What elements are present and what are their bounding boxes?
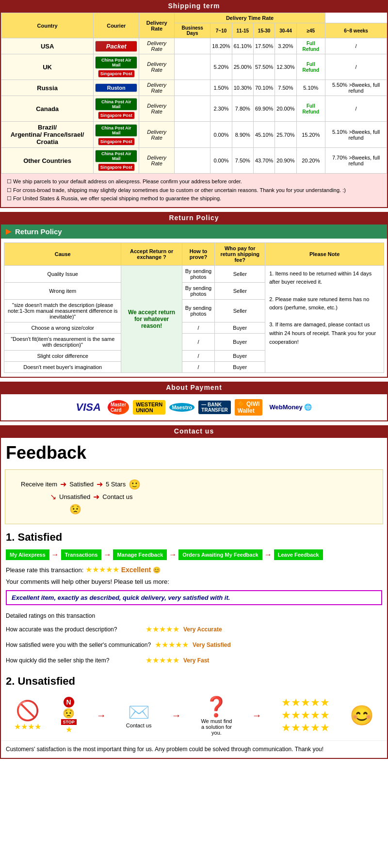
rate-cell: 3.20% — [275, 38, 296, 54]
rate-cell: 45.10% — [253, 122, 275, 148]
return-banner-text: Return Policy — [15, 227, 62, 236]
return-prove: By sending photos — [182, 265, 215, 282]
step-arrow: → — [51, 550, 59, 559]
shipping-note: ☐ We ship parcels to your default addres… — [7, 177, 381, 186]
shipping-country: Russia — [1, 80, 94, 96]
rating-label: How accurate was the product description… — [6, 624, 142, 635]
rate-cell: 25.70% — [275, 122, 296, 148]
step-arrow: → — [103, 550, 111, 559]
rate-cell-5: 15.20% — [296, 122, 325, 148]
shipping-country: Other Countries — [1, 148, 94, 174]
shipping-table: Country Courier Delivery Rate Delivery T… — [1, 13, 387, 174]
shipping-note: ☐ For United States & Russia, we offer s… — [7, 194, 381, 203]
rate-cell: 43.70% — [253, 148, 275, 174]
rate-cell: 5.20% — [210, 54, 232, 80]
rate-cell: 7.80% — [232, 96, 253, 122]
step-button[interactable]: Manage Feedback — [113, 549, 167, 560]
rating-stars: ★★★★★ — [146, 622, 179, 637]
stars-label: 5 Stars — [106, 481, 126, 488]
contact-section: Contact us Feedback Receive item ➜ Satis… — [0, 425, 388, 759]
email-icon: ✉️ — [128, 702, 150, 723]
arrow-2: ➜ — [97, 480, 103, 489]
detailed-ratings: Detailed ratings on this transaction How… — [1, 608, 387, 670]
shipping-courier: China Post Air MailSingapore Post — [94, 148, 139, 174]
return-prove: / — [182, 333, 215, 350]
delivery-rate-label: Delivery Rate — [139, 54, 175, 80]
unsatisfied-label: Unsatisfied — [59, 493, 90, 500]
return-prove: / — [182, 361, 215, 372]
arrow-to-email: → — [97, 710, 106, 721]
return-pays: Buyer — [215, 361, 265, 372]
delivery-rate-label: Delivery Rate — [139, 96, 175, 122]
return-pays: Buyer — [215, 333, 265, 350]
shipping-country: USA — [1, 38, 94, 54]
return-cause: Doesn't meet buyer's imagination — [4, 361, 121, 372]
business-days-col — [175, 122, 210, 148]
return-cause: Choose a wrong size/color — [4, 322, 121, 333]
delivery-time-header: Delivery Time Rate — [175, 13, 325, 23]
rating-stars: ★★★★★ — [155, 637, 189, 653]
shipping-country: Brazil/Argentina/ France/Israel/ Croatia — [1, 122, 94, 148]
unsatisfied-title: 2. Unsatisfied — [1, 672, 387, 691]
solution-text: We must finda solution foryou. — [201, 718, 232, 736]
return-table: Cause Accept Return or exchange ? How to… — [4, 242, 384, 373]
arrow-to-question: → — [171, 710, 181, 721]
visa-logo: VISA — [73, 400, 104, 415]
rate-cell: 18.20% — [210, 38, 232, 54]
step-button[interactable]: Leave Feedback — [274, 549, 323, 560]
return-prove: By sending photos — [182, 299, 215, 322]
shipping-courier: Ruston — [94, 80, 139, 96]
webmoney-logo: WebMoney 🌐 — [266, 402, 315, 412]
return-col-note: Please Note — [265, 242, 384, 265]
sad-emoji: 😟 — [69, 503, 81, 515]
shipping-courier: Packet — [94, 38, 139, 54]
shipping-country: UK — [1, 54, 94, 80]
return-prove: / — [182, 350, 215, 361]
excellent-label: Excellent — [121, 566, 151, 574]
contact-us-step: Contact us — [126, 723, 152, 728]
rating-stars: ★★★★★ — [146, 653, 179, 668]
contact-us-label: Contact us — [102, 493, 132, 500]
mastercard-logo: MasterCard — [108, 400, 129, 415]
business-days-col — [175, 54, 210, 80]
return-cause: Slight color difference — [4, 350, 121, 361]
shipping-courier: China Post Air MailSingapore Post — [94, 122, 139, 148]
step-arrow: → — [169, 550, 177, 559]
happy-face-2: 😊 — [350, 704, 374, 727]
step-button[interactable]: Orders Awaiting My Feedback — [178, 549, 262, 560]
rate-row: Please rate this transaction: ★★★★★ Exce… — [1, 563, 387, 576]
shipping-header: Shipping term — [0, 0, 388, 12]
step-button[interactable]: Transactions — [61, 549, 102, 560]
rate-text: Please rate this transaction: — [6, 566, 83, 574]
rate-cell-6: 5.50% >8weeks, full refund — [325, 80, 387, 96]
return-cause: Quality Issue — [4, 265, 121, 282]
stop-item: N 😟 STOP ★ — [61, 697, 77, 734]
step-arrow: → — [264, 550, 272, 559]
col-11-15: 11-15 — [232, 23, 253, 38]
rate-cell: 1.50% — [210, 80, 232, 96]
shipping-note: ☐ For cross-broad trade, shipping may sl… — [7, 186, 381, 195]
col-ge45: ≥45 — [296, 23, 325, 38]
email-item: ✉️ Contact us — [126, 702, 152, 728]
stop-label: STOP — [61, 719, 77, 725]
return-pays: Seller — [215, 299, 265, 322]
sad-face-2: 😟 — [63, 707, 75, 719]
rate-cell-5: Full Refund — [296, 38, 325, 54]
satisfied-title: 1. Satisfied — [1, 528, 387, 547]
steps-row: My Aliexpress→Transactions→Manage Feedba… — [1, 547, 387, 563]
step-button[interactable]: My Aliexpress — [6, 549, 49, 560]
rate-cell: 12.30% — [275, 54, 296, 80]
rate-cell: 10.30% — [232, 80, 253, 96]
arrow-3: ➜ — [93, 492, 99, 501]
payment-section: About Payment VISA MasterCard WESTERNUNI… — [0, 382, 388, 421]
bank-transfer-logo: — BANKTRANSFER — [198, 401, 230, 414]
return-prove: / — [182, 322, 215, 333]
business-days-col — [175, 80, 210, 96]
col-15-30: 15-30 — [253, 23, 275, 38]
receive-item-label: Receive item — [21, 481, 57, 488]
rate-cell-6: / — [325, 54, 387, 80]
happy-emoji: 🙂 — [129, 479, 141, 490]
return-pays: Buyer — [215, 350, 265, 361]
rating-row: How quickly did the seller ship the item… — [6, 653, 382, 668]
return-cause: "size doesn't match the description (ple… — [4, 299, 121, 322]
